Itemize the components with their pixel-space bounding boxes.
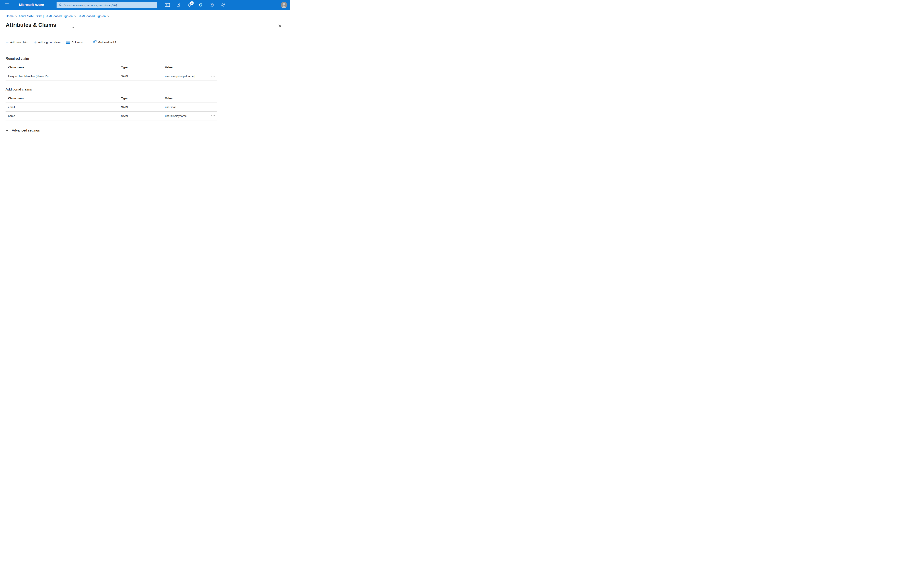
- claim-type-cell: SAML: [121, 105, 165, 109]
- plus-icon: [6, 41, 8, 44]
- columns-label: Columns: [71, 41, 82, 44]
- required-claim-heading: Required claim: [5, 56, 280, 61]
- chevron-down-icon: [5, 130, 8, 131]
- add-new-claim-button[interactable]: Add new claim: [6, 41, 28, 44]
- notifications-button[interactable]: 6: [186, 1, 193, 9]
- close-icon: [278, 25, 281, 28]
- add-group-claim-button[interactable]: Add a group claim: [34, 41, 61, 44]
- row-context-menu-button[interactable]: [209, 76, 217, 77]
- claim-name-cell: Unique User Identifier (Name ID): [5, 75, 121, 78]
- feedback-person-icon: [221, 3, 225, 7]
- column-header-type: Type: [121, 97, 165, 100]
- command-bar: Add new claim Add a group claim Columns …: [6, 39, 122, 45]
- user-avatar[interactable]: [281, 2, 287, 8]
- table-row-name[interactable]: name SAML user.displayname: [5, 112, 217, 120]
- global-search: [56, 2, 157, 8]
- got-feedback-icon: [92, 40, 97, 44]
- hamburger-menu-icon[interactable]: [5, 3, 9, 7]
- column-header-value: Value: [165, 66, 209, 69]
- search-icon: [59, 3, 62, 7]
- advanced-settings-label: Advanced settings: [12, 128, 40, 132]
- claim-value-cell: user.userprincipalname [...: [165, 75, 209, 78]
- azure-brand-logo[interactable]: Microsoft Azure: [19, 3, 44, 7]
- help-button[interactable]: ?: [208, 1, 216, 9]
- close-blade-button[interactable]: [277, 24, 282, 28]
- column-header-type: Type: [121, 66, 165, 69]
- claim-value-cell: user.mail: [165, 105, 209, 109]
- add-new-claim-label: Add new claim: [10, 41, 28, 44]
- columns-button[interactable]: Columns: [66, 41, 82, 44]
- add-group-claim-label: Add a group claim: [38, 41, 61, 44]
- table-row-unique-user-identifier[interactable]: Unique User Identifier (Name ID) SAML us…: [5, 72, 217, 81]
- claim-name-cell: email: [5, 105, 121, 109]
- azure-top-bar: Microsoft Azure 6 ⚙: [0, 0, 290, 10]
- breadcrumb-separator: >: [15, 15, 17, 18]
- row-context-menu-button[interactable]: [209, 107, 217, 107]
- got-feedback-label: Got feedback?: [98, 41, 116, 44]
- avatar-shoulders-shape: [281, 6, 286, 8]
- column-header-claim-name: Claim name: [5, 66, 121, 69]
- claims-content: Required claim Claim name Type Value Uni…: [5, 47, 280, 132]
- additional-claims-heading: Additional claims: [5, 87, 280, 92]
- advanced-settings-toggle[interactable]: Advanced settings: [5, 128, 40, 132]
- search-input[interactable]: [56, 2, 157, 8]
- column-header-claim-name: Claim name: [5, 97, 121, 100]
- columns-icon: [66, 41, 70, 44]
- breadcrumb-home[interactable]: Home: [6, 15, 14, 18]
- directory-filter-icon: [176, 3, 181, 7]
- table-header-row: Claim name Type Value: [5, 94, 217, 103]
- cloud-shell-button[interactable]: [164, 1, 171, 9]
- directory-filter-button[interactable]: [175, 1, 182, 9]
- breadcrumb-separator: >: [107, 15, 109, 18]
- settings-button[interactable]: ⚙: [197, 1, 205, 9]
- breadcrumb-separator: >: [74, 15, 76, 18]
- help-question-icon: ?: [210, 3, 214, 7]
- settings-gear-icon: ⚙: [199, 3, 203, 7]
- table-row-email[interactable]: email SAML user.mail: [5, 103, 217, 112]
- notification-count-badge: 6: [190, 1, 194, 5]
- column-header-value: Value: [165, 97, 209, 100]
- cloud-shell-icon: [165, 3, 170, 7]
- breadcrumb-saml-sso[interactable]: Azure SAML SSO | SAML-based Sign-on: [18, 15, 73, 18]
- additional-claims-table: Claim name Type Value email SAML user.ma…: [5, 94, 217, 120]
- claim-name-cell: name: [5, 114, 121, 117]
- breadcrumb-saml-signon[interactable]: SAML-based Sign-on: [78, 15, 106, 18]
- got-feedback-button[interactable]: Got feedback?: [92, 40, 116, 44]
- feedback-button[interactable]: [219, 1, 226, 9]
- row-context-menu-button[interactable]: [209, 115, 217, 116]
- claim-value-cell: user.displayname: [165, 114, 209, 117]
- plus-icon: [34, 41, 36, 44]
- avatar-head-shape: [282, 3, 285, 5]
- page-title: Attributes & Claims: [6, 22, 56, 28]
- breadcrumb: Home>Azure SAML SSO | SAML-based Sign-on…: [6, 15, 111, 18]
- claim-type-cell: SAML: [121, 75, 165, 78]
- more-options-button[interactable]: [71, 26, 76, 28]
- required-claim-table: Claim name Type Value Unique User Identi…: [5, 63, 217, 81]
- claim-type-cell: SAML: [121, 114, 165, 117]
- table-header-row: Claim name Type Value: [5, 63, 217, 72]
